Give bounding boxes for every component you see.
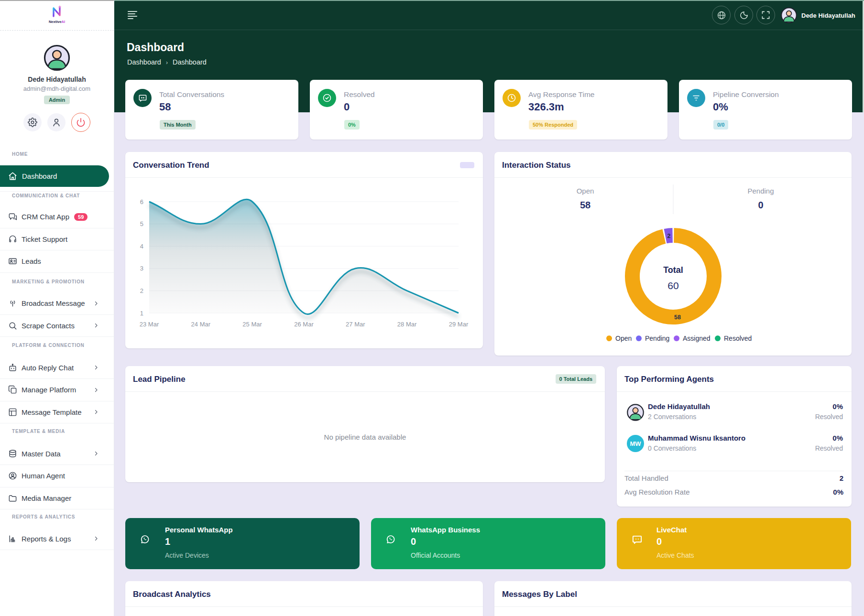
svg-text:60: 60 — [667, 280, 678, 291]
svg-text:2: 2 — [140, 287, 143, 294]
svg-text:58: 58 — [580, 200, 591, 210]
svg-text:1: 1 — [140, 310, 143, 317]
svg-text:5: 5 — [140, 220, 143, 227]
svg-text:4: 4 — [140, 243, 143, 250]
svg-text:29 Mar: 29 Mar — [449, 321, 469, 328]
svg-text:24 Mar: 24 Mar — [191, 321, 211, 328]
svg-text:0: 0 — [758, 200, 763, 210]
svg-text:27 Mar: 27 Mar — [346, 321, 365, 328]
svg-text:2: 2 — [667, 233, 671, 239]
svg-text:26 Mar: 26 Mar — [294, 321, 314, 328]
svg-text:Total: Total — [663, 265, 683, 275]
svg-text:6: 6 — [140, 198, 143, 205]
svg-text:25 Mar: 25 Mar — [242, 321, 262, 328]
svg-text:58: 58 — [674, 314, 681, 321]
svg-text:28 Mar: 28 Mar — [397, 321, 417, 328]
svg-text:3: 3 — [140, 265, 143, 272]
svg-text:Open: Open — [577, 187, 594, 195]
svg-text:Pending: Pending — [747, 187, 774, 195]
svg-text:Assigned: Assigned — [683, 335, 711, 342]
svg-text:Resolved: Resolved — [724, 335, 752, 342]
svg-text:NextiveAI: NextiveAI — [49, 20, 65, 24]
svg-text:Pending: Pending — [645, 335, 669, 342]
svg-text:23 Mar: 23 Mar — [140, 321, 159, 328]
svg-text:Open: Open — [615, 335, 632, 342]
